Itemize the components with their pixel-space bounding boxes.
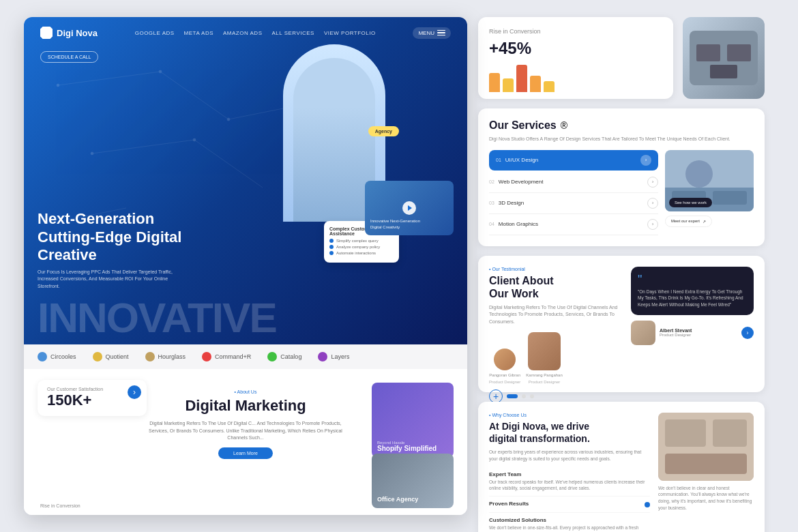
customer-arrow-icon[interactable]: › [128, 385, 141, 399]
services-list-col: 01UI/UX Design › 02Web Development › 033… [489, 150, 658, 235]
play-button[interactable] [402, 201, 416, 215]
service-item-2[interactable]: 02Web Development › [489, 172, 658, 193]
ticker-item-4: Catalog [267, 352, 301, 361]
ticker-dot-1 [93, 352, 102, 361]
reviewer2-col: Kamrang Pangahan Product Designer [526, 332, 562, 384]
why-tag: Why Choose Us [489, 413, 650, 417]
svg-line-1 [160, 72, 228, 119]
why-layout: Why Choose Us At Digi Nova, we drivedigi… [489, 413, 754, 533]
reviewer1-name: Pangoran Gibran [489, 373, 520, 377]
reviewer2-avatar [528, 332, 561, 370]
see-how-button[interactable]: See how we work [669, 198, 712, 207]
meet-expert-button[interactable]: Meet our expert ↗ [665, 216, 712, 227]
testimonial-right: " "On Days When I Need Extra Energy To G… [631, 267, 754, 404]
reviewer3-role: Product Designer [660, 333, 692, 337]
bar-chart [489, 65, 662, 92]
testimonial-card: Our Testimonial Client About Our Work Di… [478, 256, 765, 392]
ticker-dot-2 [145, 352, 155, 361]
bar-5 [544, 81, 555, 92]
why-item-2: Proven Results [489, 497, 650, 513]
office-svg [690, 31, 758, 85]
reviewer3-row: Albert Stevant Product Designer › [631, 321, 754, 345]
ticker-bar: Circooles Quotient Hourglass Command+R C… [24, 344, 467, 369]
screenshot-container: Digi Nova GOOGLE ADS META ADS AMAZON ADS… [24, 17, 774, 515]
customer-card: Our Customer Satisfaction 150K+ › [38, 380, 147, 416]
svg-rect-22 [665, 419, 706, 447]
ticker-label-1: Quotient [106, 353, 129, 360]
hero-headline: Next-Generation Cutting-Edge Digital Cre… [38, 210, 188, 264]
services-right-col: See how we work Meet our expert ↗ [665, 150, 754, 235]
why-item-1-title: Expert Team [489, 471, 650, 477]
svg-point-10 [91, 152, 93, 155]
play-card[interactable]: Innovative Next-Generation Digital Creat… [365, 181, 454, 235]
service-item-3[interactable]: 033D Design › [489, 193, 658, 214]
quote-text: "On Days When I Need Extra Energy To Get… [638, 289, 747, 308]
schedule-call-button[interactable]: SCHEDULE A CALL [40, 51, 98, 63]
svg-point-7 [159, 70, 162, 73]
top-right-row: Rise in Conversion +45% [478, 17, 765, 99]
service-arrow-2: › [647, 177, 658, 188]
testimonial-layout: Our Testimonial Client About Our Work Di… [489, 267, 754, 404]
service-arrow-1: › [640, 155, 651, 166]
why-card: Why Choose Us At Digi Nova, we drivedigi… [478, 402, 765, 533]
services-card: Our Services ® Digi Nova Studio Offers A… [478, 108, 765, 246]
bar-2 [503, 78, 514, 92]
play-card-text: Innovative Next-Generation Digital Creat… [370, 218, 420, 230]
services-list: 01UI/UX Design › 02Web Development › 033… [489, 150, 658, 235]
services-icon: ® [561, 120, 567, 131]
service-num-4: 04 [489, 222, 494, 226]
reviewer3-name: Albert Stevant [660, 328, 692, 333]
conversion-card: Rise in Conversion +45% [478, 17, 673, 99]
conversion-title: Rise in Conversion [489, 28, 662, 35]
customer-label: Our Customer Satisfaction [47, 387, 137, 391]
office-card: Office Agency [372, 454, 454, 508]
service-num-2: 02 [489, 179, 494, 184]
complex-item-1: Simplify complex query [329, 239, 394, 243]
reviewer1-col: Pangoran Gibran Product Designer [489, 349, 520, 384]
ticker-label-3: Command+R [215, 353, 251, 360]
bar-4 [530, 76, 541, 92]
ticker-dot-4 [267, 352, 277, 361]
svg-point-11 [193, 138, 196, 141]
testimonial-desc: Digital Marketing Refers To The Use Of D… [489, 304, 623, 326]
hero-main-text: Next-Generation Cutting-Edge Digital Cre… [38, 210, 188, 290]
why-item-1: Expert Team Our track record speaks for … [489, 467, 650, 496]
about-section: Our Customer Satisfaction 150K+ › About … [24, 369, 467, 515]
complex-dot-2 [329, 245, 334, 249]
logo-icon [40, 27, 53, 39]
ticker-dot-5 [318, 352, 327, 361]
complex-dot-3 [329, 251, 334, 255]
shopify-title: Shopify Simplified [377, 445, 448, 452]
complex-text-2: Analyze company policy [336, 245, 380, 249]
testimonial-tag: Our Testimonial [489, 267, 623, 271]
complex-text-1: Simplify complex query [336, 239, 379, 243]
nav-dot-1 [522, 394, 526, 398]
left-panel: Digi Nova GOOGLE ADS META ADS AMAZON ADS… [24, 17, 467, 515]
learn-more-button[interactable]: Learn More [218, 447, 273, 459]
service-arrow-3: › [647, 198, 658, 209]
service-item-1[interactable]: 01UI/UX Design › [489, 150, 658, 171]
complex-item-2: Analyze company policy [329, 245, 394, 249]
rise-label: Rise in Conversion [40, 503, 80, 508]
ticker-item-1: Quotient [93, 352, 129, 361]
svg-point-17 [685, 160, 713, 188]
reviewer3-avatar [631, 321, 655, 345]
why-desc-right: We don't believe in clear and honest com… [658, 485, 754, 512]
svg-point-6 [57, 84, 59, 87]
bar-3 [516, 65, 527, 92]
why-img-svg [658, 413, 754, 481]
ticker-label-0: Circooles [50, 353, 76, 360]
svg-rect-20 [713, 191, 747, 205]
services-btns: Meet our expert ↗ [665, 216, 754, 227]
reviewer2-role: Product Designer [529, 380, 560, 384]
next-btn[interactable]: › [741, 327, 754, 339]
ticker-label-5: Layers [331, 353, 349, 360]
office-label: Office Agency [377, 496, 448, 503]
ticker-item-5: Layers [318, 352, 349, 361]
svg-line-4 [194, 140, 263, 188]
quote-icon: " [638, 274, 747, 286]
service-item-4[interactable]: 04Motion Graphics › [489, 214, 658, 235]
why-item-3-desc: We don't believe in one-size-fits-all. E… [489, 524, 650, 532]
hero-subtitle: Our Focus Is Leveraging PPC Ads That Del… [38, 269, 188, 291]
services-title: Our Services [489, 119, 557, 132]
